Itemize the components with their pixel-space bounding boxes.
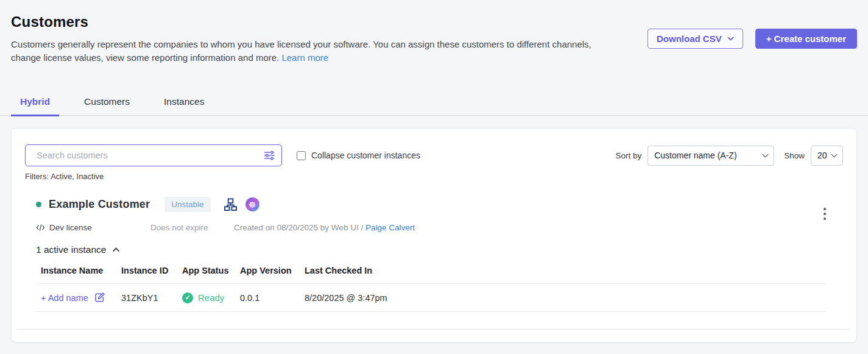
- add-name-label: + Add name: [41, 293, 88, 303]
- edit-pencil-icon: [94, 292, 105, 303]
- instances-table-header: Instance Name Instance ID App Status App…: [36, 266, 826, 284]
- sort-by-select[interactable]: Customer name (A-Z): [647, 146, 774, 166]
- header-actions: Download CSV + Create customer: [647, 29, 857, 49]
- app-status-label: Ready: [198, 292, 224, 303]
- app-status-cell: ✓ Ready: [182, 292, 235, 303]
- customers-card: Collapse customer instances Sort by Cust…: [11, 128, 857, 342]
- add-name-link[interactable]: + Add name: [41, 292, 116, 303]
- download-csv-label: Download CSV: [657, 34, 722, 44]
- chevron-down-icon: [727, 37, 734, 41]
- collapse-instances-label: Collapse customer instances: [311, 150, 420, 160]
- instance-id-cell: 31ZKbY1: [116, 293, 177, 303]
- license-type-label: Dev license: [49, 223, 92, 232]
- instances-summary: 1 active instance: [36, 244, 106, 255]
- col-header-instance-id: Instance ID: [116, 266, 177, 275]
- collapse-instances-checkbox[interactable]: [297, 151, 306, 160]
- created-by-link[interactable]: Paige Calvert: [365, 223, 415, 232]
- col-header-app-status: App Status: [177, 266, 235, 275]
- channel-badge: Unstable: [164, 197, 210, 212]
- active-filters-text: Filters: Active, Inactive: [25, 172, 843, 181]
- active-status-dot: [36, 202, 41, 207]
- created-on-text: Created on 08/20/2025 by Web UI /: [234, 223, 363, 232]
- check-circle-icon: ✓: [182, 292, 193, 303]
- instance-row: + Add name 31ZKbY1 ✓ Ready 0.0.1 8/2: [36, 284, 826, 312]
- card-bottom-divider: [18, 329, 850, 330]
- col-header-instance-name: Instance Name: [36, 266, 116, 275]
- collapse-instances-option: Collapse customer instances: [297, 150, 420, 160]
- chevron-up-icon: [112, 247, 120, 252]
- kubernetes-icon: ☸: [245, 197, 259, 211]
- page-title: Customers: [11, 13, 601, 30]
- learn-more-link[interactable]: Learn more: [281, 52, 328, 63]
- sort-by-select-wrap: Customer name (A-Z): [647, 146, 774, 166]
- instances-table: Instance Name Instance ID App Status App…: [36, 266, 826, 312]
- toolbar: Collapse customer instances Sort by Cust…: [25, 144, 843, 166]
- code-brackets-icon: [36, 224, 45, 232]
- license-type: Dev license: [36, 223, 150, 232]
- tab-instances[interactable]: Instances: [155, 96, 213, 115]
- page-header-left: Customers Customers generally represent …: [11, 13, 601, 65]
- customer-item: Example Customer Unstable ☸ Dev license: [25, 196, 843, 312]
- created-text: Created on 08/20/2025 by Web UI / Paige …: [234, 223, 415, 232]
- tab-hybrid[interactable]: Hybrid: [11, 96, 59, 116]
- search-wrap: [25, 144, 282, 166]
- sitemap-icon: [224, 198, 238, 211]
- col-header-last-checked-in: Last Checked In: [300, 266, 826, 275]
- search-input[interactable]: [25, 144, 282, 166]
- col-header-app-version: App Version: [235, 266, 300, 275]
- customer-name-row: Example Customer Unstable ☸: [36, 196, 843, 213]
- license-expiry: Does not expire: [150, 223, 234, 232]
- show-label: Show: [784, 151, 805, 160]
- create-customer-button[interactable]: + Create customer: [755, 29, 857, 49]
- page-description: Customers generally represent the compan…: [11, 38, 601, 65]
- tab-bar: Hybrid Customers Instances: [0, 96, 868, 116]
- sort-by-label: Sort by: [615, 151, 641, 160]
- show-select-wrap: 20: [811, 146, 843, 166]
- instances-collapse-toggle[interactable]: 1 active instance: [36, 244, 120, 255]
- license-row: Dev license Does not expire Created on 0…: [36, 223, 843, 232]
- filter-sliders-icon[interactable]: [263, 150, 275, 160]
- kebab-menu[interactable]: [822, 207, 827, 221]
- customer-name[interactable]: Example Customer: [49, 198, 150, 211]
- tab-customers[interactable]: Customers: [75, 96, 139, 115]
- last-checked-in-cell: 8/20/2025 @ 3:47pm: [300, 293, 826, 303]
- app-version-cell: 0.0.1: [235, 293, 300, 303]
- page-header: Customers Customers generally represent …: [0, 0, 868, 65]
- download-csv-button[interactable]: Download CSV: [647, 29, 743, 49]
- show-select[interactable]: 20: [811, 146, 843, 166]
